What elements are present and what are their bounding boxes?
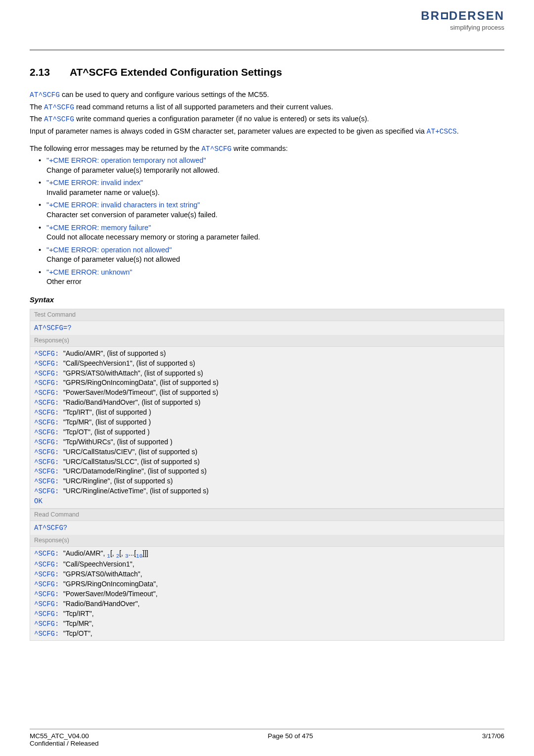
test-response-line: ^SCFG: "Tcp/IRT", (list of supported ): [34, 408, 500, 418]
read-response-line-amr: ^SCFG: "Audio/AMR", 1[, 2[, 3...[10]]]: [34, 549, 500, 560]
error-description: Other error: [46, 277, 504, 287]
error-item: "+CME ERROR: unknown"Other error: [39, 268, 504, 287]
test-response-line: ^SCFG: "Tcp/WithURCs", (list of supporte…: [34, 437, 500, 447]
error-item: "+CME ERROR: invalid characters in text …: [39, 200, 504, 220]
test-response-line: ^SCFG: "Radio/Band/HandOver", (list of s…: [34, 398, 500, 408]
intro-paragraph: AT^SCFG can be used to query and configu…: [30, 90, 504, 137]
test-command-label: Test Command: [30, 309, 504, 321]
test-command: AT^SCFG=?: [34, 324, 72, 332]
read-response-body: ^SCFG: "Audio/AMR", 1[, 2[, 3...[10]]]^S…: [30, 547, 504, 641]
section-number: 2.13: [30, 65, 50, 79]
error-intro: The following error messages may be retu…: [30, 144, 504, 287]
section-title: 2.13AT^SCFG Extended Configuration Setti…: [30, 65, 504, 79]
error-description: Invalid parameter name or value(s).: [46, 188, 504, 198]
error-message: "+CME ERROR: unknown": [46, 268, 504, 278]
error-message: "+CME ERROR: memory failure": [46, 223, 504, 233]
test-response-line: ^SCFG: "Tcp/MR", (list of supported ): [34, 418, 500, 427]
intro-line-3: The AT^SCFG write command queries a conf…: [30, 114, 504, 125]
error-description: Could not allocate necessary memory or s…: [46, 233, 504, 242]
test-response-line: ^SCFG: "URC/Ringline/ActiveTime", (list …: [34, 486, 500, 496]
test-response-label: Response(s): [30, 335, 504, 347]
section-heading: AT^SCFG Extended Configuration Settings: [70, 66, 282, 78]
footer-left: MC55_ATC_V04.00 Confidential / Released: [30, 732, 99, 747]
test-response-ok: OK: [34, 496, 500, 506]
logo-tagline: simplifying process: [421, 24, 504, 31]
error-list: "+CME ERROR: operation temporary not all…: [30, 156, 504, 287]
error-description: Change of parameter value(s) temporarily…: [46, 166, 504, 176]
read-response-line: ^SCFG: "Radio/Band/HandOver",: [34, 599, 500, 609]
error-message: "+CME ERROR: invalid index": [46, 178, 504, 188]
test-response-line: ^SCFG: "Tcp/OT", (list of supported ): [34, 427, 500, 437]
test-response-body: ^SCFG: "Audio/AMR", (list of supported s…: [30, 347, 504, 508]
test-response-line: ^SCFG: "Call/SpeechVersion1", (list of s…: [34, 359, 500, 369]
test-response-line: ^SCFG: "GPRS/ATS0/withAttach", (list of …: [34, 369, 500, 378]
read-response-line: ^SCFG: "Tcp/OT",: [34, 629, 500, 639]
read-command-label: Read Command: [30, 509, 504, 521]
page-header: BRDERSEN simplifying process: [0, 0, 534, 49]
intro-line-4: Input of parameter names is always coded…: [30, 127, 504, 137]
read-response-line: ^SCFG: "GPRS/ATS0/withAttach",: [34, 569, 500, 579]
content: 2.13AT^SCFG Extended Configuration Setti…: [0, 50, 534, 646]
read-response-label: Response(s): [30, 535, 504, 547]
test-response-line: ^SCFG: "URC/Datamode/Ringline", (list of…: [34, 467, 500, 476]
error-item: "+CME ERROR: operation temporary not all…: [39, 156, 504, 175]
error-message: "+CME ERROR: operation temporary not all…: [46, 156, 504, 166]
test-response-line: ^SCFG: "URC/Ringline", (list of supporte…: [34, 476, 500, 486]
footer-center: Page 50 of 475: [267, 732, 313, 747]
read-command-box: Read Command AT^SCFG? Response(s) ^SCFG:…: [30, 509, 504, 641]
intro-line-1: AT^SCFG can be used to query and configu…: [30, 90, 504, 100]
error-item: "+CME ERROR: operation not allowed"Chang…: [39, 245, 504, 265]
error-description: Character set conversion of parameter va…: [46, 210, 504, 220]
footer-rule: [30, 729, 504, 729]
read-response-line: ^SCFG: "Call/SpeechVersion1",: [34, 560, 500, 569]
test-response-line: ^SCFG: "PowerSaver/Mode9/Timeout", (list…: [34, 388, 500, 398]
logo-square-icon: [441, 12, 448, 19]
test-response-line: ^SCFG: "GPRS/RingOnIncomingData", (list …: [34, 378, 500, 388]
footer-right: 3/17/06: [482, 732, 504, 747]
test-response-line: ^SCFG: "URC/CallStatus/CIEV", (list of s…: [34, 447, 500, 457]
test-response-line: ^SCFG: "URC/CallStatus/SLCC", (list of s…: [34, 457, 500, 467]
read-response-line: ^SCFG: "Tcp/IRT",: [34, 609, 500, 619]
test-command-box: Test Command AT^SCFG=? Response(s) ^SCFG…: [30, 309, 504, 509]
intro-line-2: The AT^SCFG read command returns a list …: [30, 102, 504, 113]
read-response-line: ^SCFG: "PowerSaver/Mode9/Timeout",: [34, 589, 500, 599]
test-response-line: ^SCFG: "Audio/AMR", (list of supported s…: [34, 349, 500, 359]
read-response-line: ^SCFG: "Tcp/MR",: [34, 619, 500, 629]
logo: BRDERSEN simplifying process: [421, 9, 504, 31]
read-response-line: ^SCFG: "GPRS/RingOnIncomingData",: [34, 579, 500, 589]
error-message: "+CME ERROR: invalid characters in text …: [46, 200, 504, 210]
error-description: Change of parameter value(s) not allowed: [46, 255, 504, 265]
error-item: "+CME ERROR: invalid index"Invalid param…: [39, 178, 504, 197]
read-command: AT^SCFG?: [34, 524, 67, 532]
error-item: "+CME ERROR: memory failure"Could not al…: [39, 223, 504, 242]
syntax-heading: Syntax: [30, 295, 504, 305]
logo-word: BRDERSEN: [421, 9, 504, 23]
page-footer: MC55_ATC_V04.00 Confidential / Released …: [30, 729, 504, 747]
error-message: "+CME ERROR: operation not allowed": [46, 245, 504, 255]
